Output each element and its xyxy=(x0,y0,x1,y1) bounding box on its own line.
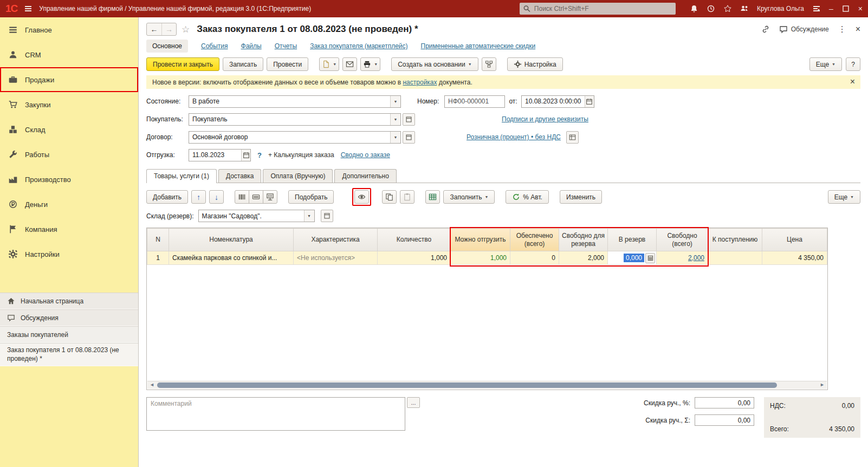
spreadsheet-icon[interactable] xyxy=(425,190,440,204)
column-header-can-ship[interactable]: Можно отгрузить xyxy=(451,229,510,251)
document-date-field[interactable] xyxy=(521,95,594,108)
comment-field[interactable] xyxy=(146,397,405,431)
tab-main[interactable]: Основное xyxy=(146,40,188,53)
column-header-provided[interactable]: Обеспечено (всего) xyxy=(510,229,559,251)
column-header-quantity[interactable]: Количество xyxy=(378,229,451,251)
more-button[interactable]: Еще ▼ xyxy=(809,57,842,71)
warehouse-combobox[interactable]: Магазин "Садовод". ▼ xyxy=(198,210,315,222)
table-row[interactable]: 1 Скамейка парковая со спинкой и... <Не … xyxy=(147,251,827,265)
tab-reports[interactable]: Отчеты xyxy=(275,42,297,50)
auto-discount-button[interactable]: % Авт. xyxy=(506,190,549,204)
calendar-icon[interactable] xyxy=(585,96,594,107)
cell-n[interactable]: 1 xyxy=(147,251,169,265)
notifications-bell-icon[interactable] xyxy=(690,4,698,13)
tab-marketplace-order[interactable]: Заказ покупателя (маркетплейс) xyxy=(310,42,407,50)
sidebar-item-warehouse[interactable]: Склад xyxy=(0,117,138,142)
send-email-button[interactable] xyxy=(342,57,357,71)
document-number-field[interactable] xyxy=(444,95,505,108)
column-header-n[interactable]: N xyxy=(147,229,169,251)
shipping-date-input[interactable] xyxy=(189,151,241,159)
close-window-icon[interactable]: × xyxy=(858,5,863,12)
current-user-name[interactable]: Круглова Ольга xyxy=(757,5,804,12)
cell-in-reserve[interactable]: 0,000 xyxy=(608,251,657,265)
window-item-current-order[interactable]: Заказ покупателя 1 от 08.08.2023 (не про… xyxy=(0,343,138,366)
column-header-free-for-reserve[interactable]: Свободно для резерва xyxy=(559,229,608,251)
column-header-in-reserve[interactable]: В резерв xyxy=(608,229,657,251)
functions-menu-icon[interactable] xyxy=(812,4,821,13)
sidebar-item-production[interactable]: Производство xyxy=(0,167,138,192)
price-type-link[interactable]: Розничная (процент) • без НДС xyxy=(467,133,561,141)
cell-free-for-reserve[interactable]: 2,000 xyxy=(559,251,608,265)
post-button[interactable]: Провести xyxy=(267,57,308,71)
cell-provided[interactable]: 0 xyxy=(510,251,559,265)
tab-delivery[interactable]: Доставка xyxy=(218,169,262,183)
sidebar-item-money[interactable]: Деньги xyxy=(0,192,138,217)
contract-combobox[interactable]: Основной договор ▼ xyxy=(189,131,401,144)
cell-price[interactable]: 4 350,00 xyxy=(762,251,827,265)
copy-rows-icon[interactable] xyxy=(382,190,397,204)
barcode-icon[interactable] xyxy=(235,190,249,204)
signatures-link[interactable]: Подписи и другие реквизиты xyxy=(502,115,588,123)
edit-button[interactable]: Изменить xyxy=(560,190,602,204)
global-search[interactable] xyxy=(520,3,676,15)
history-clock-icon[interactable] xyxy=(707,4,715,13)
cell-quantity[interactable]: 1,000 xyxy=(378,251,451,265)
sidebar-item-main[interactable]: Главное xyxy=(0,17,138,42)
state-combobox[interactable]: В работе ▼ xyxy=(189,95,401,108)
close-form-icon[interactable]: × xyxy=(856,25,860,34)
forward-arrow-icon[interactable]: → xyxy=(161,23,176,35)
window-item-customer-orders[interactable]: Заказы покупателей xyxy=(0,326,138,343)
tab-payment[interactable]: Оплата (Вручную) xyxy=(263,169,333,183)
main-menu-icon[interactable] xyxy=(24,4,33,13)
print-button[interactable]: ▼ xyxy=(360,57,380,71)
chevron-down-icon[interactable]: ▼ xyxy=(390,114,400,125)
scrollbar-thumb[interactable] xyxy=(157,382,777,388)
scroll-right-icon[interactable]: ► xyxy=(820,382,825,387)
more-menu-icon[interactable]: ⋮ xyxy=(838,24,846,34)
comment-expand-button[interactable]: ... xyxy=(407,397,420,408)
sidebar-item-works[interactable]: Работы xyxy=(0,142,138,167)
column-header-free-total[interactable]: Свободно (всего) xyxy=(657,229,708,251)
barcode-scanner-icon[interactable] xyxy=(249,190,263,204)
search-input[interactable] xyxy=(534,5,672,12)
move-up-icon[interactable]: ↑ xyxy=(191,190,206,204)
help-button[interactable]: ? xyxy=(846,57,860,71)
open-warehouse-icon[interactable] xyxy=(321,210,333,222)
fill-button[interactable]: Заполнить ▼ xyxy=(443,190,495,204)
tab-additional[interactable]: Дополнительно xyxy=(334,169,396,183)
discount-pct-field[interactable] xyxy=(695,397,754,408)
sidebar-item-discussions[interactable]: Обсуждения xyxy=(0,309,138,326)
scroll-left-icon[interactable]: ◄ xyxy=(150,382,154,387)
back-arrow-icon[interactable]: ← xyxy=(147,23,161,35)
tab-events[interactable]: События xyxy=(201,42,228,50)
sidebar-item-crm[interactable]: CRM xyxy=(0,42,138,67)
cell-free-total[interactable]: 2,000 xyxy=(657,251,708,265)
price-table-icon[interactable] xyxy=(566,131,579,144)
maximize-icon[interactable] xyxy=(841,4,850,13)
calendar-icon[interactable] xyxy=(241,150,250,161)
related-documents-button[interactable] xyxy=(482,57,496,71)
tab-goods-services[interactable]: Товары, услуги (1) xyxy=(146,169,217,183)
tab-files[interactable]: Файлы xyxy=(241,42,262,50)
column-header-incoming[interactable]: К поступлению xyxy=(708,229,762,251)
paste-rows-icon[interactable] xyxy=(400,190,414,204)
write-button[interactable]: Записать xyxy=(223,57,263,71)
cell-nomenclature[interactable]: Скамейка парковая со спинкой и... xyxy=(169,251,294,265)
attached-files-button[interactable]: ▼ xyxy=(319,57,339,71)
discussion-button[interactable]: Обсуждение xyxy=(779,25,829,34)
discount-sum-field[interactable] xyxy=(695,414,754,426)
price-checker-icon[interactable] xyxy=(263,190,277,204)
chevron-down-icon[interactable]: ▼ xyxy=(390,96,400,107)
goods-more-button[interactable]: Еще ▼ xyxy=(828,190,860,204)
order-calculation-link[interactable]: + Калькуляция заказа xyxy=(268,151,334,159)
cell-can-ship[interactable]: 1,000 xyxy=(451,251,510,265)
add-row-button[interactable]: Добавить xyxy=(146,190,188,204)
reserve-value-selected[interactable]: 0,000 xyxy=(624,254,644,262)
sidebar-item-company[interactable]: Компания xyxy=(0,217,138,242)
chevron-down-icon[interactable]: ▼ xyxy=(304,210,314,222)
settings-button[interactable]: Настройка xyxy=(507,57,563,71)
date-input[interactable] xyxy=(522,98,585,105)
order-summary-link[interactable]: Сводно о заказе xyxy=(341,151,390,159)
move-down-icon[interactable]: ↓ xyxy=(209,190,224,204)
collaboration-users-icon[interactable] xyxy=(740,4,749,13)
